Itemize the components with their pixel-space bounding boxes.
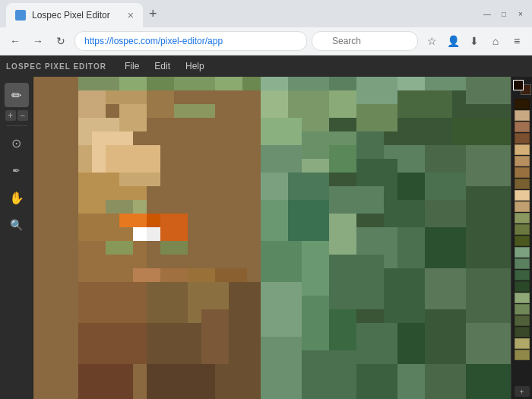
palette-color-23[interactable] [515, 350, 530, 360]
tools-toolbar: ✏ + − ⊙ ✒ ✋ 🔍 [0, 77, 33, 399]
palette-color-8[interactable] [515, 179, 530, 189]
svg-rect-76 [425, 268, 466, 309]
svg-rect-97 [215, 364, 261, 399]
app-menubar: LOSPEC PIXEL EDITOR File Edit Help [0, 55, 532, 77]
maximize-button[interactable]: □ [499, 8, 509, 19]
palette-color-3[interactable] [515, 122, 530, 132]
palette-color-2[interactable] [515, 110, 530, 121]
svg-rect-66 [288, 200, 329, 241]
svg-rect-45 [356, 104, 397, 131]
svg-rect-48 [261, 118, 302, 145]
palette-color-15[interactable] [515, 258, 530, 269]
canvas-area[interactable] [33, 77, 511, 399]
search-input[interactable] [312, 31, 418, 51]
menu-edit[interactable]: Edit [148, 59, 176, 73]
home-icon[interactable]: ⌂ [486, 32, 505, 50]
palette-color-6[interactable] [515, 156, 530, 166]
account-icon[interactable]: 👤 [444, 32, 462, 50]
svg-rect-89 [425, 364, 466, 399]
svg-rect-11 [288, 77, 329, 90]
pixel-canvas[interactable] [33, 77, 511, 399]
svg-rect-61 [288, 173, 329, 200]
svg-rect-72 [261, 241, 302, 282]
palette-color-17[interactable] [515, 281, 530, 292]
menu-icon[interactable]: ≡ [508, 32, 526, 50]
tab-close-button[interactable]: × [128, 9, 134, 21]
close-button[interactable]: × [515, 8, 526, 19]
palette-color-4[interactable] [515, 133, 530, 144]
palette-color-12[interactable] [515, 224, 530, 235]
eyedropper-tool[interactable]: ✒ [5, 158, 29, 182]
url-input[interactable] [74, 31, 307, 51]
palette-color-16[interactable] [515, 270, 530, 280]
svg-rect-22 [119, 104, 147, 131]
svg-rect-88 [397, 364, 425, 399]
svg-rect-13 [356, 77, 397, 104]
menu-help[interactable]: Help [179, 59, 211, 73]
lasso-tool[interactable]: ⊙ [5, 131, 29, 155]
svg-rect-60 [261, 173, 288, 200]
svg-rect-42 [261, 90, 288, 118]
reload-button[interactable]: ↻ [52, 32, 70, 50]
zoom-tool[interactable]: 🔍 [5, 213, 29, 237]
svg-rect-34 [147, 214, 160, 227]
svg-rect-93 [147, 323, 201, 364]
svg-rect-16 [466, 77, 511, 104]
palette-color-7[interactable] [515, 167, 530, 178]
palette-scroll-down[interactable]: + [515, 386, 530, 397]
svg-rect-63 [384, 200, 425, 227]
svg-rect-38 [106, 200, 133, 214]
palette-color-1[interactable] [515, 99, 530, 109]
svg-rect-100 [188, 268, 215, 282]
zoom-minus-button[interactable]: − [17, 110, 28, 121]
svg-rect-74 [329, 255, 384, 309]
palette-color-14[interactable] [515, 247, 530, 258]
svg-rect-8 [215, 77, 242, 90]
browser-tab[interactable]: Lospec Pixel Editor × [6, 3, 143, 27]
svg-rect-95 [229, 282, 261, 364]
palette-color-22[interactable] [515, 338, 530, 349]
svg-rect-53 [261, 145, 302, 173]
palette-color-20[interactable] [515, 315, 530, 326]
svg-rect-18 [106, 90, 147, 104]
svg-rect-10 [261, 77, 288, 90]
palette-color-9[interactable] [515, 190, 530, 201]
palette-color-10[interactable] [515, 201, 530, 212]
pencil-tool[interactable]: ✏ [5, 83, 29, 107]
minimize-button[interactable]: — [482, 8, 492, 19]
forward-button[interactable]: → [29, 32, 47, 50]
svg-rect-36 [147, 227, 160, 241]
menu-file[interactable]: File [119, 59, 145, 73]
download-icon[interactable]: ⬇ [465, 32, 483, 50]
svg-rect-17 [78, 90, 106, 118]
svg-rect-96 [147, 364, 215, 399]
svg-rect-70 [425, 227, 466, 268]
palette-color-13[interactable] [515, 236, 530, 246]
svg-rect-83 [425, 309, 466, 364]
svg-rect-90 [466, 364, 511, 399]
palette-color-5[interactable] [515, 144, 530, 155]
svg-rect-75 [384, 268, 425, 323]
browser-toolbar-icons: ☆ 👤 ⬇ ⌂ ≡ [423, 32, 526, 50]
move-tool[interactable]: ✋ [5, 185, 29, 210]
foreground-color[interactable] [513, 80, 524, 90]
palette-color-11[interactable] [515, 213, 530, 223]
zoom-plus-button[interactable]: + [5, 110, 16, 121]
palette-color-18[interactable] [515, 293, 530, 303]
back-button[interactable]: ← [6, 32, 24, 50]
svg-rect-6 [147, 77, 174, 90]
svg-rect-78 [261, 282, 302, 337]
svg-rect-62 [329, 186, 384, 214]
svg-rect-9 [242, 77, 261, 90]
palette-color-21[interactable] [515, 327, 530, 337]
svg-rect-94 [201, 309, 229, 364]
palette-color-19[interactable] [515, 304, 530, 315]
bookmark-icon[interactable]: ☆ [423, 32, 441, 50]
app-title: LOSPEC PIXEL EDITOR [6, 62, 106, 71]
new-tab-button[interactable]: + [149, 7, 157, 21]
svg-rect-7 [174, 77, 215, 90]
svg-rect-33 [119, 214, 147, 227]
svg-rect-86 [302, 350, 356, 399]
svg-rect-73 [302, 241, 329, 296]
svg-rect-81 [356, 323, 397, 364]
